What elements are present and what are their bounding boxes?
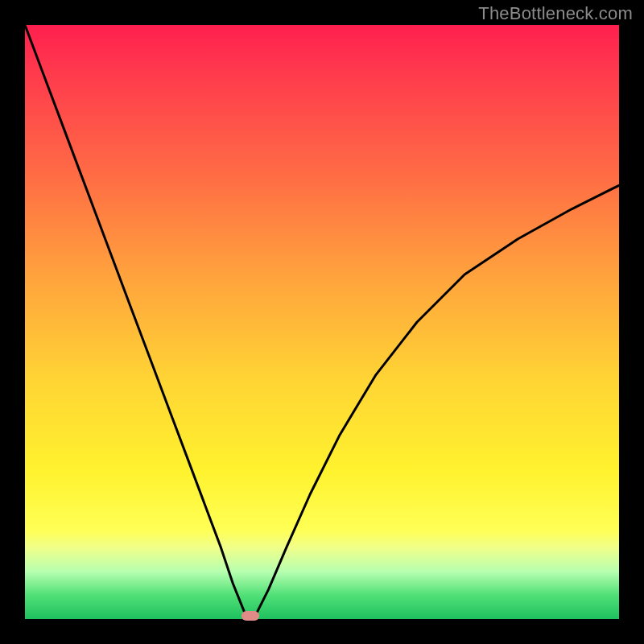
bottleneck-curve [25,25,619,619]
optimal-point-marker [242,611,259,621]
watermark-text: TheBottleneck.com [478,3,633,24]
plot-area [25,25,619,619]
curve-path [25,25,619,619]
chart-frame: TheBottleneck.com [0,0,644,644]
